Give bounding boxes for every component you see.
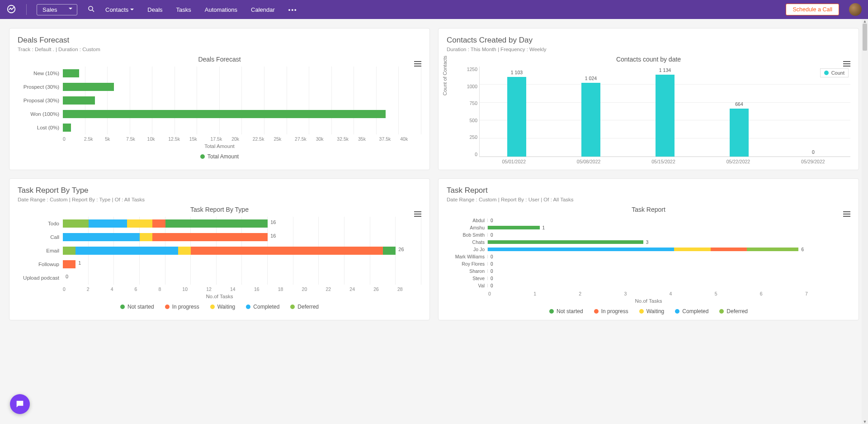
ytick: 750 — [461, 100, 477, 106]
nav-contacts[interactable]: Contacts — [105, 6, 134, 13]
bar: 1 134 — [656, 75, 675, 157]
bar-label: Todo — [18, 221, 63, 226]
scrollbar-up-icon[interactable]: ▲ — [862, 19, 868, 24]
xtick: 4 — [111, 286, 135, 292]
bar-value: 0 — [491, 276, 493, 281]
xtick: 6 — [135, 286, 159, 292]
xtick: 10k — [147, 136, 169, 142]
hamburger-menu-icon[interactable] — [414, 211, 421, 217]
bar-area: 0 — [487, 269, 850, 273]
legend-label: Deferred — [297, 304, 319, 310]
legend-dot-icon — [120, 305, 125, 309]
bar-value: 3 — [646, 240, 649, 245]
legend-item: Deferred — [719, 308, 748, 314]
logo-icon[interactable] — [6, 4, 16, 15]
nav-calendar[interactable]: Calendar — [251, 6, 275, 13]
bar-segment — [63, 260, 75, 268]
bar-row: Sharon0 — [447, 267, 850, 275]
bar-area: 3 — [487, 240, 850, 244]
svg-line-2 — [92, 10, 94, 12]
scrollbar[interactable]: ▲ ▼ — [862, 19, 868, 329]
xtick: 12 — [206, 286, 230, 292]
nav-deals[interactable]: Deals — [147, 6, 162, 13]
xtick: 2 — [579, 291, 624, 296]
schedule-call-button[interactable]: Schedule a Call — [786, 4, 839, 15]
card-task-report-user: Task Report Date Range : Custom | Report… — [438, 178, 859, 320]
xtick: 15k — [189, 136, 211, 142]
nav-automations[interactable]: Automations — [205, 6, 237, 13]
legend-item: Total Amount — [200, 153, 239, 160]
hamburger-menu-icon[interactable] — [843, 211, 850, 217]
bar: 664 — [730, 109, 749, 157]
deals-xaxis: 02.5k5k7.5k10k12.5k15k17.5k20k22.5k25k27… — [63, 136, 421, 142]
card-deals-forecast: Deals Forecast Track : Default . | Durat… — [9, 28, 430, 170]
xtick: 16 — [254, 286, 278, 292]
bar-segment — [152, 233, 268, 241]
dashboard-grid: Deals Forecast Track : Default . | Durat… — [0, 19, 868, 329]
bar-value: 0 — [491, 233, 493, 238]
legend-dot-icon — [594, 309, 599, 314]
xtick: 28 — [397, 286, 421, 292]
bar-area: 1 — [63, 257, 421, 271]
legend-item: Waiting — [639, 308, 665, 314]
bar-value: 0 — [491, 269, 493, 274]
xtick: 05/15/2022 — [626, 157, 701, 164]
scrollbar-thumb[interactable] — [863, 24, 867, 51]
bar-stack — [488, 240, 643, 244]
legend-item: Not started — [549, 308, 583, 314]
xtick: 3 — [624, 291, 669, 296]
legend-label: Count — [831, 70, 844, 76]
contacts-chart: 125010007505002500 Count 1 1031 0241 134… — [461, 67, 850, 157]
view-select[interactable]: Sales — [37, 4, 77, 15]
nav-tasks[interactable]: Tasks — [176, 6, 191, 13]
bar-row: New (10%) — [18, 67, 421, 80]
xtick: 05/08/2022 — [551, 157, 626, 164]
bar-value: 26 — [398, 247, 404, 252]
legend-item: In progress — [594, 308, 628, 314]
bar-label: New (10%) — [18, 71, 63, 76]
bar-label: Mark Williams — [447, 254, 487, 259]
legend-dot-icon — [246, 305, 250, 309]
xtick: 05/29/2022 — [776, 157, 850, 164]
legend-dot-icon — [549, 309, 554, 314]
avatar[interactable] — [849, 3, 862, 16]
main-nav: Contacts Deals Tasks Automations Calenda… — [105, 6, 297, 13]
search-icon[interactable] — [87, 5, 95, 14]
bar-segment — [178, 247, 191, 255]
xtick: 24 — [349, 286, 373, 292]
bar-value: 0 — [66, 274, 68, 279]
legend-item: Deferred — [290, 304, 319, 310]
card-subtitle: Duration : This Month | Frequency : Week… — [447, 47, 850, 52]
bar-area: 0 — [487, 284, 850, 287]
bar-label: Proposal (30%) — [18, 98, 63, 103]
bar-segment — [63, 219, 89, 228]
bar-area — [63, 80, 421, 94]
bar — [63, 124, 71, 132]
xtick: 14 — [230, 286, 254, 292]
xtick: 37.5k — [379, 136, 401, 142]
xtick: 12.5k — [168, 136, 189, 142]
card-title: Contacts Created by Day — [447, 36, 850, 45]
bar-value: 0 — [491, 283, 493, 288]
card-task-report-type: Task Report By Type Date Range : Custom … — [9, 178, 430, 320]
xtick: 0 — [63, 286, 87, 292]
nav-more-icon[interactable]: ••• — [288, 6, 297, 13]
bar-area: 0 — [63, 271, 421, 285]
bar-label: Upload podcast — [18, 275, 63, 281]
chevron-down-icon — [130, 9, 134, 12]
nav-label: Deals — [147, 6, 162, 13]
bar-segment — [63, 247, 75, 255]
hamburger-menu-icon[interactable] — [843, 61, 850, 67]
xtick: 2 — [87, 286, 111, 292]
bar-row: Upload podcast0 — [18, 271, 421, 285]
ytick: 250 — [461, 134, 477, 140]
bar-segment — [488, 248, 674, 251]
hamburger-menu-icon[interactable] — [414, 61, 421, 67]
ytick: 0 — [461, 152, 477, 157]
bar-label: Email — [18, 248, 63, 253]
legend-item: Waiting — [210, 304, 236, 310]
xtick: 22 — [326, 286, 349, 292]
bar-value: 6 — [801, 247, 804, 252]
bar-segment — [140, 233, 152, 241]
xtick: 5k — [105, 136, 126, 142]
